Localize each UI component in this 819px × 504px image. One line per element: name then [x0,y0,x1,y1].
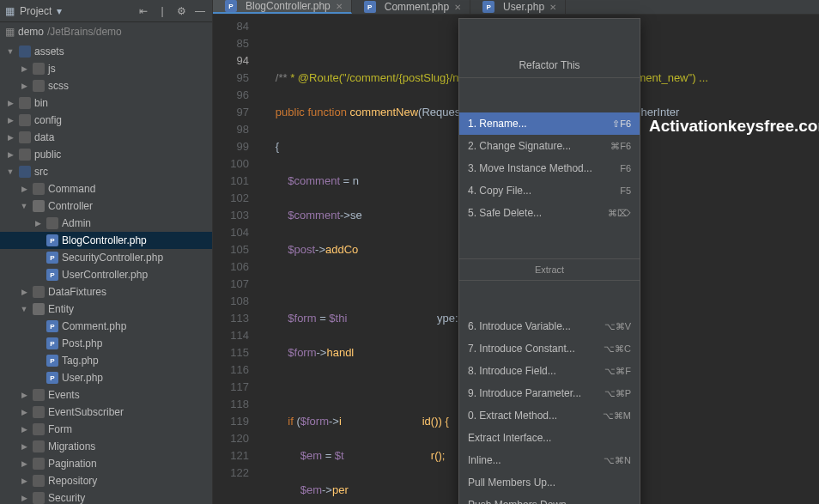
shortcut-text: ⌥⌘F [604,362,631,380]
menu-item-2-change-signature-[interactable]: 2. Change Signature...⌘F6 [459,135,640,157]
folder-icon [19,114,31,126]
hide-icon[interactable]: — [193,4,207,18]
menu-label: 6. Introduce Variable... [468,318,571,335]
tree-label: bin [34,97,48,109]
menu-item-inline-[interactable]: Inline...⌥⌘N [459,449,640,471]
menu-item-7-introduce-constant-[interactable]: 7. Introduce Constant...⌥⌘C [459,337,640,360]
menu-item-extract-interface-[interactable]: Extract Interface... [459,427,640,449]
php-icon [482,1,494,13]
menu-item-8-introduce-field-[interactable]: 8. Introduce Field...⌥⌘F [459,360,640,382]
menu-label: 4. Copy File... [468,182,531,199]
tree-label: BlogController.php [62,234,147,246]
tree-item-usercontroller-php[interactable]: UserController.php [0,266,212,283]
sidebar-title: Project [20,5,52,17]
editor-area: BlogController.php✕Comment.php✕User.php✕… [213,0,819,504]
close-icon[interactable]: ✕ [336,2,343,11]
breadcrumb-root[interactable]: demo [18,26,44,38]
tree-item-controller[interactable]: Controller [0,197,212,215]
tree-item-scss[interactable]: scss [0,77,212,94]
menu-label: 7. Introduce Constant... [468,340,575,357]
tree-item-pagination[interactable]: Pagination [0,455,212,472]
menu-label: 3. Move Instance Method... [468,160,592,177]
folder-icon [33,406,45,418]
tree-item-blogcontroller-php[interactable]: BlogController.php [0,232,212,249]
menu-label: Extract Interface... [468,429,551,446]
close-icon[interactable]: ✕ [454,3,461,12]
tree-item-data[interactable]: data [0,129,212,146]
tree-item-post-php[interactable]: Post.php [0,335,212,352]
shortcut-text: ⌘F6 [610,137,631,155]
tree-label: Events [48,389,80,401]
tree-item-js[interactable]: js [0,60,212,77]
tree-item-datafixtures[interactable]: DataFixtures [0,283,212,301]
menu-label: 2. Change Signature... [468,137,571,155]
tab-comment-php[interactable]: Comment.php✕ [352,0,470,14]
tree-item-config[interactable]: config [0,112,212,129]
project-sidebar: ▦ Project ▾ ⇤ | ⚙ — ▦ demo /JetBrains/de… [0,0,213,504]
menu-item-0-extract-method-[interactable]: 0. Extract Method...⌥⌘M [459,404,640,427]
menu-item-push-members-down-[interactable]: Push Members Down... [459,494,640,504]
tree-item-entity[interactable]: Entity [0,301,212,318]
tab-label: Comment.php [385,1,449,13]
menu-item-5-safe-delete-[interactable]: 5. Safe Delete...⌘⌦ [459,202,640,224]
menu-item-pull-members-up-[interactable]: Pull Members Up... [459,471,640,494]
tree-item-form[interactable]: Form [0,421,212,438]
shortcut-text: F6 [620,160,631,177]
tree-label: Pagination [48,458,97,470]
tree-item-public[interactable]: public [0,146,212,163]
gear-icon[interactable]: ⚙ [174,4,188,18]
menu-label: 1. Rename... [468,115,527,132]
folder-icon [33,80,45,92]
menu-item-4-copy-file-[interactable]: 4. Copy File...F5 [459,179,640,202]
tree-item-admin[interactable]: Admin [0,215,212,232]
php-icon [225,0,237,12]
tree-item-comment-php[interactable]: Comment.php [0,318,212,335]
tab-label: User.php [503,1,544,13]
tree-item-repository[interactable]: Repository [0,472,212,489]
dropdown-icon[interactable]: ▾ [57,5,62,17]
menu-separator: Extract [459,258,640,281]
function-name[interactable]: commentNew [350,106,418,118]
tree-item-events[interactable]: Events [0,386,212,404]
tab-label: BlogController.php [246,0,331,12]
tree-item-user-php[interactable]: User.php [0,369,212,386]
tree-item-command[interactable]: Command [0,180,212,197]
tree-item-src[interactable]: src [0,163,212,180]
project-tree[interactable]: assetsjsscssbinconfigdatapublicsrcComman… [0,41,212,504]
menu-item-3-move-instance-method-[interactable]: 3. Move Instance Method...F6 [459,157,640,179]
tree-item-security[interactable]: Security [0,489,212,504]
tree-label: Entity [48,303,74,315]
tab-blogcontroller-php[interactable]: BlogController.php✕ [213,0,352,14]
tree-label: Post.php [62,337,102,349]
shortcut-text: ⇧F6 [612,115,631,132]
tree-item-bin[interactable]: bin [0,94,212,112]
tree-label: Controller [48,200,93,212]
code-editor[interactable]: 8485949596979899100101102103104105106107… [213,15,819,504]
folder-icon [33,492,45,504]
php-icon [46,234,58,246]
folder-icon [19,149,31,161]
php-icon [46,355,58,367]
folder-icon: ▦ [5,5,15,17]
menu-label: Inline... [468,452,501,469]
tree-item-eventsubscriber[interactable]: EventSubscriber [0,404,212,421]
close-icon[interactable]: ✕ [549,3,556,12]
refactor-menu: Refactor This 1. Rename...⇧F62. Change S… [458,18,640,504]
menu-item-1-rename-[interactable]: 1. Rename...⇧F6 [459,112,640,135]
tree-item-migrations[interactable]: Migrations [0,438,212,455]
code-content[interactable]: /** * @Route("/comment/{postSlug}/new", … [261,15,819,504]
collapse-icon[interactable]: ⇤ [136,4,150,18]
folder-icon [33,200,45,212]
tree-item-assets[interactable]: assets [0,43,212,60]
menu-item-6-introduce-variable-[interactable]: 6. Introduce Variable...⌥⌘V [459,315,640,337]
tree-label: data [34,131,54,143]
menu-label: 0. Extract Method... [468,407,557,424]
tree-item-securitycontroller-php[interactable]: SecurityController.php [0,249,212,266]
menu-label: 8. Introduce Field... [468,362,556,380]
module-icon [19,166,31,178]
tree-item-tag-php[interactable]: Tag.php [0,352,212,369]
menu-item-9-introduce-parameter-[interactable]: 9. Introduce Parameter...⌥⌘P [459,382,640,404]
folder-icon [33,63,45,75]
tab-user-php[interactable]: User.php✕ [470,0,566,14]
menu-label: 5. Safe Delete... [468,204,542,222]
